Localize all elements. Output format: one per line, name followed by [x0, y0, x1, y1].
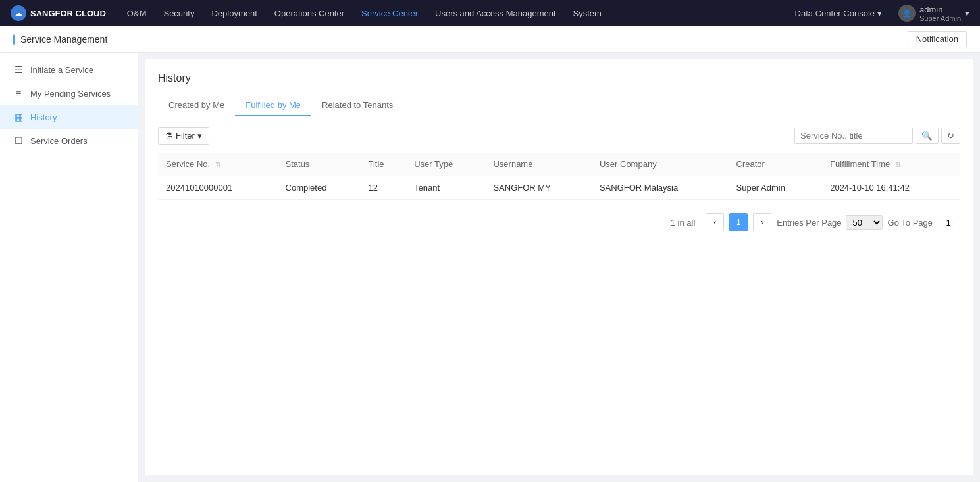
col-service-no: Service No. ⇅: [158, 153, 278, 176]
console-label: Data Center Console: [795, 9, 875, 18]
topnav: ☁ SANGFOR CLOUD O&M Security Deployment …: [0, 0, 980, 26]
page-header: Service Management Notification: [0, 26, 980, 53]
goto-label: Go To Page: [888, 218, 933, 228]
sidebar-item-pending[interactable]: ≡ My Pending Services: [0, 82, 138, 105]
tab-related-to-tenants[interactable]: Related to Tenants: [311, 95, 403, 116]
search-button[interactable]: 🔍: [916, 128, 939, 144]
orders-icon: ☐: [13, 135, 24, 146]
nav-deployment[interactable]: Deployment: [203, 0, 265, 26]
entries-per-page: Entries Per Page 50 100 200: [777, 215, 882, 230]
cell-title: 12: [360, 176, 406, 200]
logo-icon: ☁: [11, 5, 26, 21]
topnav-menu: O&M Security Deployment Operations Cente…: [119, 0, 795, 26]
sidebar-label-initiate: Initiate a Service: [30, 65, 93, 75]
cell-user-type: Tenant: [406, 176, 485, 200]
logo-text: SANGFOR CLOUD: [30, 9, 106, 18]
pagination: 1 in all ‹ 1 › Entries Per Page 50 100 2…: [158, 213, 960, 231]
initiate-icon: ☰: [13, 64, 24, 75]
sidebar-label-orders: Service Orders: [30, 136, 88, 146]
goto-input[interactable]: [937, 216, 960, 229]
col-status: Status: [278, 153, 361, 176]
cell-service-no[interactable]: 20241010000001: [158, 176, 278, 200]
filter-label: Filter: [176, 131, 195, 141]
tab-fulfilled-by-me[interactable]: Fulfilled by Me: [235, 95, 311, 116]
user-name: admin: [919, 5, 961, 14]
main-content: History Created by Me Fulfilled by Me Re…: [145, 59, 973, 475]
pagination-next[interactable]: ›: [753, 213, 771, 231]
sort-fulfillment-icon[interactable]: ⇅: [895, 160, 901, 168]
pagination-total: 1 in all: [671, 218, 696, 228]
nav-users-access[interactable]: Users and Access Management: [427, 0, 564, 26]
nav-service-center[interactable]: Service Center: [353, 0, 426, 26]
col-creator: Creator: [729, 153, 823, 176]
cell-user-company: SANGFOR Malaysia: [592, 176, 729, 200]
tabs: Created by Me Fulfilled by Me Related to…: [158, 95, 960, 116]
avatar: 👤: [898, 5, 916, 22]
user-role: Super Admin: [919, 14, 961, 22]
sidebar-item-initiate[interactable]: ☰ Initiate a Service: [0, 58, 138, 82]
sort-service-no-icon[interactable]: ⇅: [215, 160, 221, 168]
data-table: Service No. ⇅ Status Title User Type Use…: [158, 153, 960, 200]
table-row: 20241010000001 Completed 12 Tenant SANGF…: [158, 176, 960, 200]
pending-icon: ≡: [13, 88, 24, 99]
user-chevron: ▾: [965, 9, 969, 18]
entries-label: Entries Per Page: [777, 218, 841, 228]
toolbar: ⚗ Filter ▾ 🔍 ↻: [158, 127, 960, 145]
col-title: Title: [360, 153, 406, 176]
filter-chevron: ▾: [197, 131, 202, 141]
pagination-prev[interactable]: ‹: [706, 213, 724, 231]
logo[interactable]: ☁ SANGFOR CLOUD: [11, 5, 106, 21]
history-icon: ▦: [13, 112, 24, 122]
search-input[interactable]: [794, 128, 913, 144]
nav-divider: [890, 7, 890, 20]
search-box: 🔍 ↻: [794, 128, 960, 144]
sidebar-item-history[interactable]: ▦ History: [0, 105, 138, 129]
user-details: admin Super Admin: [919, 5, 961, 22]
goto-page: Go To Page: [888, 216, 960, 229]
col-fulfillment-time: Fulfillment Time ⇅: [822, 153, 960, 176]
nav-om[interactable]: O&M: [119, 0, 155, 26]
section-title: History: [158, 72, 960, 84]
topnav-right: Data Center Console ▾ 👤 admin Super Admi…: [795, 5, 969, 22]
layout: ☰ Initiate a Service ≡ My Pending Servic…: [0, 53, 980, 482]
nav-system[interactable]: System: [565, 0, 609, 26]
sidebar-item-orders[interactable]: ☐ Service Orders: [0, 129, 138, 153]
cell-creator: Super Admin: [729, 176, 823, 200]
pagination-page-1[interactable]: 1: [729, 213, 748, 231]
refresh-button[interactable]: ↻: [941, 128, 960, 144]
cell-username: SANGFOR MY: [485, 176, 591, 200]
page-title: Service Management: [13, 34, 107, 45]
console-selector[interactable]: Data Center Console ▾: [795, 9, 882, 18]
console-chevron: ▾: [877, 9, 882, 18]
user-info[interactable]: 👤 admin Super Admin ▾: [898, 5, 969, 22]
entries-select[interactable]: 50 100 200: [846, 215, 883, 230]
tab-created-by-me[interactable]: Created by Me: [158, 95, 235, 116]
filter-icon: ⚗: [165, 131, 173, 141]
col-user-company: User Company: [592, 153, 729, 176]
sidebar-label-pending: My Pending Services: [30, 89, 111, 99]
cell-status: Completed: [278, 176, 361, 200]
filter-button[interactable]: ⚗ Filter ▾: [158, 127, 209, 145]
sidebar-label-history: History: [30, 112, 57, 122]
col-username: Username: [485, 153, 591, 176]
cell-fulfillment-time: 2024-10-10 16:41:42: [822, 176, 960, 200]
nav-security[interactable]: Security: [155, 0, 202, 26]
nav-operations-center[interactable]: Operations Center: [267, 0, 352, 26]
notification-button[interactable]: Notification: [908, 31, 967, 47]
col-user-type: User Type: [406, 153, 485, 176]
sidebar: ☰ Initiate a Service ≡ My Pending Servic…: [0, 53, 138, 482]
